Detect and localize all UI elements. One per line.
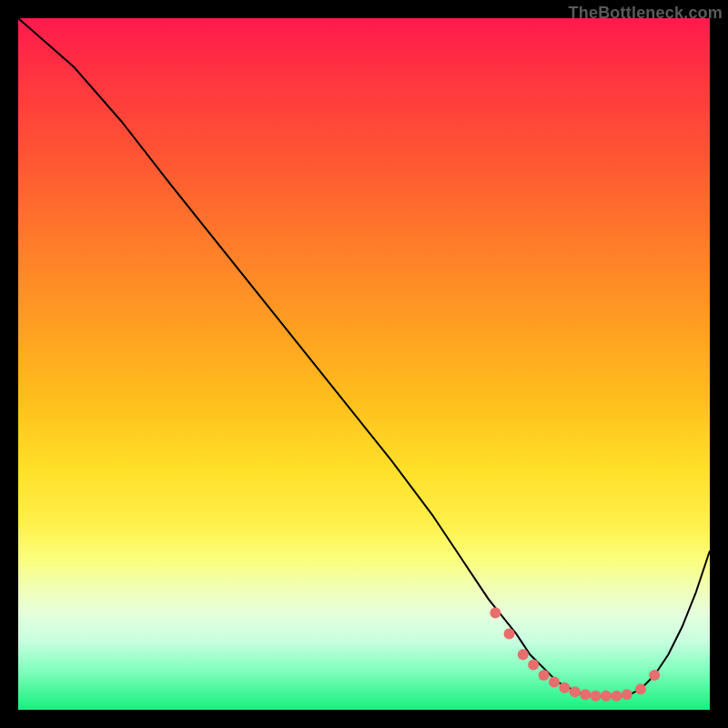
chart-marker bbox=[559, 682, 570, 693]
chart-marker bbox=[539, 670, 550, 681]
watermark-text: TheBottleneck.com bbox=[569, 4, 723, 23]
chart-curve bbox=[18, 18, 710, 696]
chart-plot-area bbox=[18, 18, 710, 710]
chart-marker bbox=[611, 691, 622, 702]
chart-marker bbox=[518, 649, 529, 660]
chart-marker bbox=[649, 670, 660, 681]
chart-curve-layer bbox=[18, 18, 710, 710]
chart-marker bbox=[490, 608, 500, 619]
chart-marker bbox=[591, 691, 602, 702]
chart-marker bbox=[570, 686, 581, 697]
chart-marker bbox=[528, 660, 539, 671]
chart-marker bbox=[549, 677, 560, 688]
chart-marker bbox=[635, 683, 646, 694]
chart-marker bbox=[504, 628, 515, 639]
chart-stage: TheBottleneck.com bbox=[0, 0, 728, 728]
chart-marker bbox=[601, 691, 612, 702]
chart-markers bbox=[490, 608, 660, 702]
chart-marker bbox=[580, 689, 591, 700]
chart-marker bbox=[622, 689, 632, 700]
